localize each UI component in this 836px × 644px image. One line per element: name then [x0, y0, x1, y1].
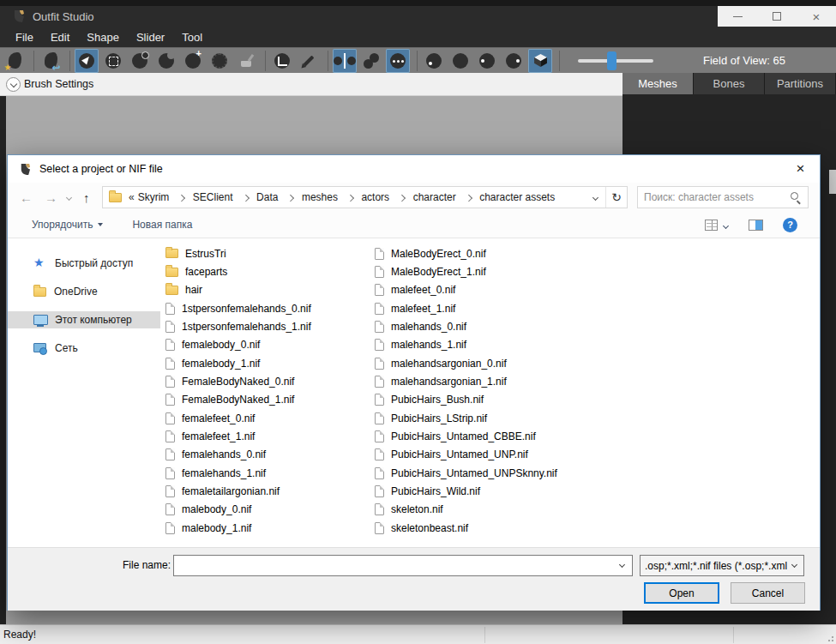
x-mirror-button[interactable] [333, 49, 357, 73]
color-brush-button[interactable] [234, 49, 258, 73]
breadcrumb-item[interactable]: Skyrim [136, 191, 191, 203]
file-item[interactable]: malehandsargonian_1.nif [375, 372, 599, 390]
breadcrumb-item[interactable]: character assets [478, 191, 556, 203]
address-bar[interactable]: « SkyrimSEClientDatameshesactorscharacte… [102, 186, 628, 208]
file-item[interactable]: skeletonbeast.nif [375, 519, 599, 537]
vertex-toggle-3-button[interactable] [475, 49, 499, 73]
forward-button[interactable]: → [45, 190, 57, 205]
file-item[interactable]: PubicHairs_Untamed_UNP.nif [375, 446, 599, 464]
file-type-filter[interactable]: .osp;*.xml;*.nif files (*.osp;*.xml [640, 555, 804, 576]
file-item[interactable]: malehands_1.nif [375, 336, 599, 354]
new-folder-button[interactable]: Новая папка [132, 219, 192, 231]
back-button[interactable]: ← [20, 190, 33, 205]
breadcrumb-item[interactable]: actors [359, 191, 411, 203]
search-input[interactable] [644, 191, 791, 203]
file-item[interactable]: malefeet_1.nif [375, 299, 599, 317]
dialog-close-button[interactable]: × [781, 155, 820, 183]
file-item[interactable]: FemaleBodyNaked_0.nif [165, 372, 373, 390]
file-item[interactable]: 1stpersonfemalehands_1.nif [165, 317, 373, 335]
mask-brush-button[interactable] [101, 49, 125, 73]
resize-grip[interactable] [826, 634, 834, 642]
file-item[interactable]: femalehands_1.nif [165, 464, 373, 482]
file-item[interactable]: FemaleBodyNaked_1.nif [165, 391, 373, 409]
breadcrumb-overflow[interactable]: « [129, 191, 135, 203]
file-item[interactable]: malebody_1.nif [165, 519, 373, 537]
file-item[interactable]: malebody_0.nif [165, 501, 373, 519]
vertex-toggle-4-button[interactable] [502, 49, 526, 73]
load-reference-button[interactable] [39, 49, 63, 73]
breadcrumb-item[interactable]: meshes [300, 191, 360, 203]
menu-item[interactable]: File [7, 28, 42, 46]
file-item[interactable]: PubicHairs_LStrip.nif [375, 409, 599, 427]
file-item[interactable]: femalebody_1.nif [165, 354, 373, 372]
up-button[interactable]: ↑ [83, 190, 90, 205]
file-item[interactable]: PubicHairs_Bush.nif [375, 391, 599, 409]
minimize-button[interactable] [718, 6, 757, 27]
views-icon[interactable] [705, 220, 718, 231]
search-icon[interactable] [791, 192, 802, 203]
file-item[interactable]: PubicHairs_Untamed_UNPSknny.nif [375, 464, 599, 482]
file-item[interactable]: femaletailargonian.nif [165, 482, 373, 500]
sidebar-item[interactable]: Быстрый доступ [8, 255, 160, 272]
panel-tab[interactable]: Meshes [622, 73, 694, 94]
load-project-button[interactable] [3, 49, 27, 73]
menu-item[interactable]: Shape [78, 28, 128, 46]
search-box[interactable] [637, 186, 809, 208]
menu-item[interactable]: Slider [128, 28, 173, 46]
vertex-toggle-2-button[interactable] [448, 49, 472, 73]
move-brush-button[interactable] [181, 49, 205, 73]
deflate-brush-button[interactable] [154, 49, 178, 73]
file-item[interactable]: MaleBodyErect_0.nif [375, 244, 599, 262]
brush-settings-bar[interactable]: Brush Settings [0, 73, 622, 96]
file-item[interactable]: femalefeet_0.nif [165, 409, 373, 427]
vertex-toggle-1-button[interactable] [422, 49, 446, 73]
file-name-input[interactable] [179, 560, 616, 572]
sidebar-item[interactable]: Сеть [8, 340, 160, 357]
preview-pane-icon[interactable] [749, 220, 763, 231]
file-item[interactable]: PubicHairs_Wild.nif [375, 482, 599, 500]
weld-vertices-button[interactable] [359, 49, 383, 73]
address-dropdown-chevron[interactable] [592, 194, 598, 200]
file-item[interactable]: malehands_0.nif [375, 317, 599, 335]
organize-menu[interactable]: Упорядочить [32, 219, 103, 231]
panel-tab[interactable]: Partitions [765, 73, 836, 94]
right-panel-scrollbar[interactable] [829, 170, 836, 194]
sidebar-item[interactable]: OneDrive [8, 283, 160, 300]
file-item[interactable]: femalefeet_1.nif [165, 427, 373, 445]
file-item[interactable]: malehandsargonian_0.nif [375, 354, 599, 372]
menu-item[interactable]: Tool [173, 28, 211, 46]
file-item[interactable]: MaleBodyErect_1.nif [375, 262, 599, 280]
views-dropdown-chevron[interactable] [723, 222, 729, 228]
file-item[interactable]: skeleton.nif [375, 501, 599, 519]
file-item[interactable]: femalebody_0.nif [165, 336, 373, 354]
fov-slider-handle[interactable] [607, 51, 616, 70]
edit-connected-button[interactable] [386, 49, 410, 73]
file-item[interactable]: femalehands_0.nif [165, 446, 373, 464]
pen-tool-button[interactable] [297, 49, 321, 73]
open-button[interactable]: Open [644, 582, 719, 604]
close-button[interactable]: × [797, 6, 836, 27]
inflate-brush-button[interactable] [128, 49, 152, 73]
breadcrumb-item[interactable]: character [412, 191, 478, 203]
select-brush-button[interactable] [75, 49, 99, 73]
refresh-button[interactable]: ↻ [606, 187, 627, 208]
breadcrumb-item[interactable]: Data [255, 191, 300, 203]
perspective-view-button[interactable] [528, 49, 552, 73]
maximize-button[interactable] [757, 6, 797, 27]
dialog-titlebar[interactable]: Select a project or NIF file × [8, 155, 820, 183]
titlebar[interactable]: Outfit Studio [0, 6, 836, 27]
menu-item[interactable]: Edit [42, 28, 78, 46]
file-item[interactable]: EstrusTri [165, 244, 373, 262]
file-name-combo[interactable] [173, 555, 633, 576]
breadcrumb-item[interactable]: SEClient [191, 191, 255, 203]
file-item[interactable]: hair [165, 281, 373, 299]
cancel-button[interactable]: Cancel [731, 582, 805, 604]
recent-locations-chevron[interactable] [66, 194, 72, 200]
file-item[interactable]: PubicHairs_Untamed_CBBE.nif [375, 427, 599, 445]
panel-tab[interactable]: Bones [694, 73, 765, 94]
file-name-dropdown-chevron[interactable] [619, 562, 625, 568]
fov-slider[interactable] [578, 59, 653, 63]
file-item[interactable]: 1stpersonfemalehands_0.nif [165, 299, 373, 317]
file-item[interactable]: faceparts [165, 262, 373, 280]
filter-dropdown-chevron[interactable] [791, 562, 797, 568]
